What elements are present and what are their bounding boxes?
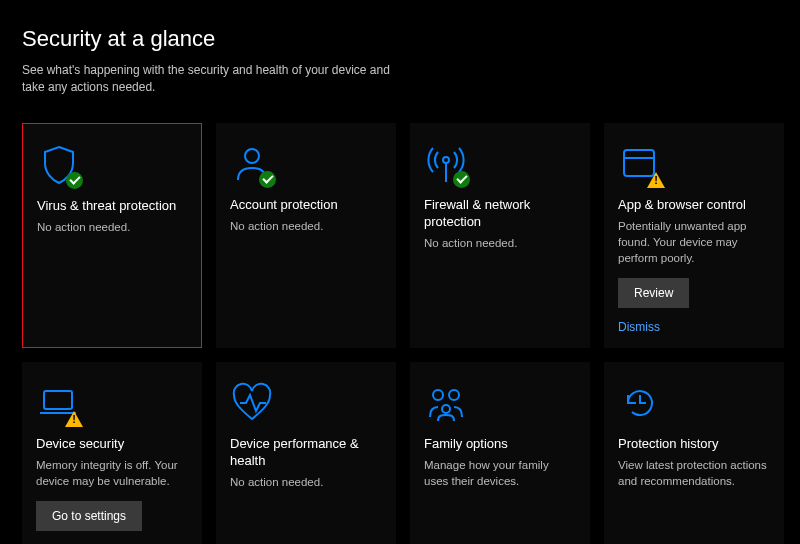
status-warning-icon (646, 170, 666, 190)
tile-title: Virus & threat protection (37, 198, 187, 215)
page-title: Security at a glance (22, 26, 780, 52)
tile-account-protection[interactable]: Account protection No action needed. (216, 123, 396, 348)
tile-desc: No action needed. (230, 474, 382, 490)
review-button[interactable]: Review (618, 278, 689, 308)
tile-desc: Memory integrity is off. Your device may… (36, 457, 188, 489)
tile-firewall-network[interactable]: Firewall & network protection No action … (410, 123, 590, 348)
tile-app-browser[interactable]: App & browser control Potentially unwant… (604, 123, 784, 348)
icon-wrap (424, 135, 576, 193)
tile-device-security[interactable]: Device security Memory integrity is off.… (22, 362, 202, 544)
status-ok-icon (66, 172, 83, 189)
shield-icon (37, 143, 81, 187)
tile-title: Family options (424, 436, 576, 453)
svg-point-0 (245, 149, 259, 163)
tile-title: Device performance & health (230, 436, 382, 470)
tile-protection-history[interactable]: Protection history View latest protectio… (604, 362, 784, 544)
tile-title: App & browser control (618, 197, 770, 214)
tile-desc: Potentially unwanted app found. Your dev… (618, 218, 770, 266)
tile-family-options[interactable]: Family options Manage how your family us… (410, 362, 590, 544)
icon-wrap (424, 374, 576, 432)
svg-point-5 (449, 390, 459, 400)
tile-virus-threat[interactable]: Virus & threat protection No action need… (22, 123, 202, 348)
icon-wrap (230, 135, 382, 193)
history-icon (618, 381, 662, 425)
tile-title: Protection history (618, 436, 770, 453)
tile-title: Device security (36, 436, 188, 453)
svg-point-1 (443, 157, 449, 163)
account-icon (230, 142, 274, 186)
icon-wrap (618, 135, 770, 193)
tile-device-performance[interactable]: Device performance & health No action ne… (216, 362, 396, 544)
tile-desc: View latest protection actions and recom… (618, 457, 770, 489)
tile-title: Firewall & network protection (424, 197, 576, 231)
icon-wrap (230, 374, 382, 432)
status-warning-icon (64, 409, 84, 429)
go-to-settings-button[interactable]: Go to settings (36, 501, 142, 531)
tile-desc: No action needed. (37, 219, 187, 235)
page-subtitle: See what's happening with the security a… (22, 62, 402, 97)
heart-pulse-icon (230, 381, 274, 425)
svg-rect-3 (44, 391, 72, 409)
icon-wrap (36, 374, 188, 432)
icon-wrap (37, 136, 187, 194)
icon-wrap (618, 374, 770, 432)
dismiss-link[interactable]: Dismiss (618, 320, 770, 334)
app-window-icon (618, 142, 662, 186)
svg-point-4 (433, 390, 443, 400)
tile-title: Account protection (230, 197, 382, 214)
tiles-grid: Virus & threat protection No action need… (22, 123, 780, 544)
family-icon (424, 381, 468, 425)
svg-point-6 (442, 405, 450, 413)
tile-desc: Manage how your family uses their device… (424, 457, 576, 489)
status-ok-icon (259, 171, 276, 188)
laptop-icon (36, 381, 80, 425)
antenna-icon (424, 142, 468, 186)
tile-desc: No action needed. (230, 218, 382, 234)
tile-desc: No action needed. (424, 235, 576, 251)
status-ok-icon (453, 171, 470, 188)
